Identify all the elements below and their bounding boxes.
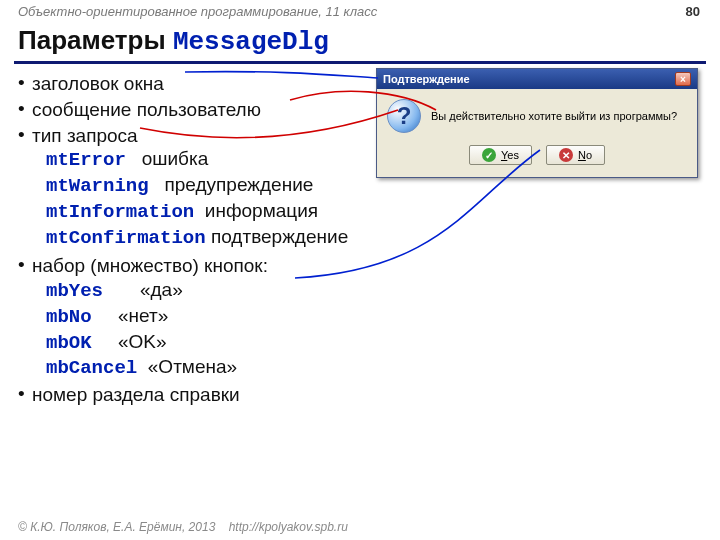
dialog-confirm: Подтверждение × ? Вы действительно хотит… bbox=[376, 68, 698, 178]
breadcrumb: Объектно-ориентированное программировани… bbox=[0, 0, 720, 19]
code-mterror: mtError bbox=[46, 149, 126, 171]
label-yes: «да» bbox=[140, 279, 183, 300]
label-warning: предупреждение bbox=[164, 174, 313, 195]
yes-button[interactable]: ✓ Yes bbox=[469, 145, 532, 165]
no-button[interactable]: ✕ No bbox=[546, 145, 605, 165]
dialog-titlebar: Подтверждение × bbox=[377, 69, 697, 89]
dialog-body: ? Вы действительно хотите выйти из прогр… bbox=[377, 89, 697, 141]
footer-link[interactable]: http://kpolyakov.spb.ru bbox=[229, 520, 348, 534]
close-icon[interactable]: × bbox=[675, 72, 691, 86]
label-cancel: «Отмена» bbox=[148, 356, 237, 377]
check-icon: ✓ bbox=[482, 148, 496, 162]
dialog-message: Вы действительно хотите выйти из програм… bbox=[431, 110, 677, 122]
code-mbyes: mbYes bbox=[46, 280, 103, 302]
title-prefix: Параметры bbox=[18, 25, 173, 55]
bullet-buttons: • набор (множество) кнопок: mbYes «да» m… bbox=[18, 254, 702, 381]
bullet-type-text: тип запроса bbox=[32, 125, 138, 146]
code-mbok: mbOK bbox=[46, 332, 92, 354]
footer: © К.Ю. Поляков, Е.А. Ерёмин, 2013 http:/… bbox=[18, 520, 348, 534]
bullet-buttons-text: набор (множество) кнопок: bbox=[32, 255, 268, 276]
bullet-helpctx: •номер раздела справки bbox=[18, 383, 702, 407]
label-confirm: подтверждение bbox=[211, 226, 348, 247]
question-icon: ? bbox=[387, 99, 421, 133]
page-number: 80 bbox=[686, 4, 700, 19]
no-label: No bbox=[578, 149, 592, 161]
dialog-buttons: ✓ Yes ✕ No bbox=[377, 141, 697, 177]
label-error: ошибка bbox=[142, 148, 209, 169]
label-info: информация bbox=[205, 200, 318, 221]
code-mtconfirm: mtConfirmation bbox=[46, 227, 206, 249]
dialog-title-text: Подтверждение bbox=[383, 73, 470, 85]
title-rule bbox=[14, 61, 706, 64]
label-ok: «OK» bbox=[118, 331, 167, 352]
code-mbcancel: mbCancel bbox=[46, 357, 137, 379]
footer-copyright: © К.Ю. Поляков, Е.А. Ерёмин, 2013 bbox=[18, 520, 215, 534]
code-mtinfo: mtInformation bbox=[46, 201, 194, 223]
cross-icon: ✕ bbox=[559, 148, 573, 162]
code-mtwarning: mtWarning bbox=[46, 175, 149, 197]
page-title: Параметры MessageDlg bbox=[0, 19, 720, 61]
label-no: «нет» bbox=[118, 305, 168, 326]
code-mbno: mbNo bbox=[46, 306, 92, 328]
bullet-helpctx-text: номер раздела справки bbox=[32, 383, 702, 407]
yes-label: Yes bbox=[501, 149, 519, 161]
title-code: MessageDlg bbox=[173, 27, 329, 57]
